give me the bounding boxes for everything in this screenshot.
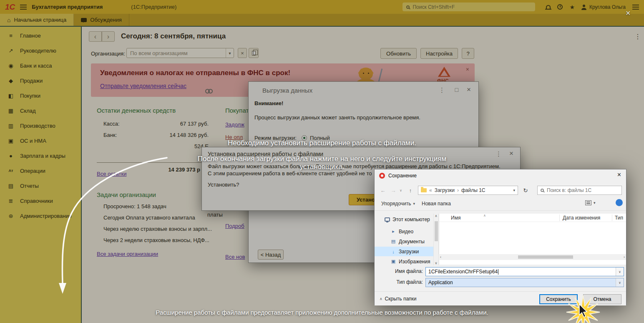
tree-item-documents[interactable]: ▤ Документы [375,237,433,246]
filename-input[interactable]: 1CFileExtensionChrFFSetup64 ∨ [425,267,624,276]
history-caret-icon[interactable]: ∨ [398,188,403,193]
close-icon[interactable]: × [617,171,621,179]
tree-label: Документы [399,239,425,245]
hide-folders-label: Скрыть папки [385,296,417,302]
documents-icon: ▤ [390,239,396,244]
tree-item-video[interactable]: ▸ Видео [375,227,433,236]
opera-icon [379,173,385,179]
text-caret [498,269,498,275]
tree-item-pictures[interactable]: ▣ Изображения [375,257,433,265]
divider [375,210,626,211]
chevrons-left-icon: « [429,187,432,193]
file-list-header: Имя ∧ Дата изменения Тип [439,214,626,222]
save-dialog-title: Сохранение [388,173,417,179]
filetype-select[interactable]: Application ∨ [425,278,624,287]
video-icon: ▸ [390,229,396,234]
filetype-value: Application [428,280,453,285]
folder-icon [421,188,427,192]
tutorial-text-bottom: Расширение работы с файлами предоставляе… [93,309,551,316]
forward-icon[interactable]: → [388,186,398,195]
explorer-search-input[interactable]: Поиск в: файлы 1С [537,186,622,195]
column-name[interactable]: Имя [451,215,460,221]
list-view-icon [585,200,591,205]
chevron-down-icon[interactable]: ∨ [616,278,624,287]
horizontal-scrollbar[interactable]: ‹ › [439,254,626,260]
tree-label: Изображения [399,259,430,265]
back-icon[interactable]: ← [378,186,388,195]
new-folder-button[interactable]: Новая папка [422,201,451,207]
filename-value: 1CFileExtensionChrFFSetup64 [428,269,498,275]
search-placeholder: Поиск в: файлы 1С [547,187,591,193]
tutorial-text-line2: После окончания загрузки файла нажмите н… [125,155,519,163]
column-divider[interactable] [612,214,612,221]
scroll-down-icon[interactable]: ∨ [434,261,438,265]
save-dialog: Сохранение × ← → ∨ ↑ « Загрузки › файлы … [374,169,626,305]
chevron-down-icon: ▾ [594,201,596,205]
chevron-up-icon: ∧ [380,297,382,301]
cancel-button[interactable]: Отмена [583,294,621,304]
column-date[interactable]: Дата изменения [563,215,600,221]
column-type[interactable]: Тип [615,215,623,221]
filename-label: Имя файла: [390,268,423,274]
refresh-icon[interactable]: ↻ [521,186,531,195]
scrollbar-thumb[interactable] [435,221,438,241]
folder-tree: Этот компьютер ▸ Видео ▤ Документы ↓ Заг… [375,214,433,265]
save-dialog-footer: ∧ Скрыть папки Сохранить Отмена [375,291,626,305]
downloads-icon: ↓ [390,249,396,254]
scroll-left-icon[interactable]: ‹ [440,255,441,259]
organize-label: Упорядочить [381,201,411,207]
tutorial-close-icon[interactable]: × [626,8,631,18]
tree-item-downloads[interactable]: ↓ Загрузки [375,247,433,256]
column-divider[interactable] [559,214,560,221]
scroll-right-icon[interactable]: › [624,255,625,259]
breadcrumb-downloads[interactable]: Загрузки [435,187,455,193]
save-button[interactable]: Сохранить [539,294,578,304]
tree-label: Этот компьютер [392,217,430,222]
new-folder-label: Новая папка [422,201,451,207]
tree-label: Загрузки [399,249,419,255]
tutorial-text-line1: Необходимо установить расширение работы … [125,139,519,147]
search-icon [541,189,544,192]
chevron-down-icon: ▾ [413,202,415,206]
chevron-down-icon[interactable]: ▾ [513,188,515,192]
sort-asc-icon: ∧ [483,214,486,217]
scroll-up-icon[interactable]: ∧ [434,214,438,218]
tutorial-text-line3: установщика. [125,163,519,171]
chevron-right-icon: › [457,187,459,193]
view-mode-button[interactable]: ▾ [585,200,596,205]
tree-item-this-pc[interactable]: Этот компьютер [375,214,433,224]
help-icon[interactable] [616,199,623,206]
tree-scrollbar[interactable]: ∧ ∨ [433,214,439,265]
breadcrumb-files-1c[interactable]: файлы 1С [461,187,486,193]
up-icon[interactable]: ↑ [405,186,415,195]
breadcrumb[interactable]: « Загрузки › файлы 1С ▾ [418,186,518,195]
screen: 1С Бухгалтерия предприятия (1С:Предприят… [0,0,644,323]
scrollbar-thumb[interactable] [518,255,573,259]
chevron-down-icon[interactable]: ∨ [616,267,624,276]
hide-folders-button[interactable]: ∧ Скрыть папки [380,296,417,302]
tree-label: Видео [399,229,413,235]
pictures-icon: ▣ [390,259,396,264]
filetype-label: Тип файла: [390,279,423,285]
computer-icon [385,217,390,222]
organize-button[interactable]: Упорядочить ▾ [381,201,415,207]
